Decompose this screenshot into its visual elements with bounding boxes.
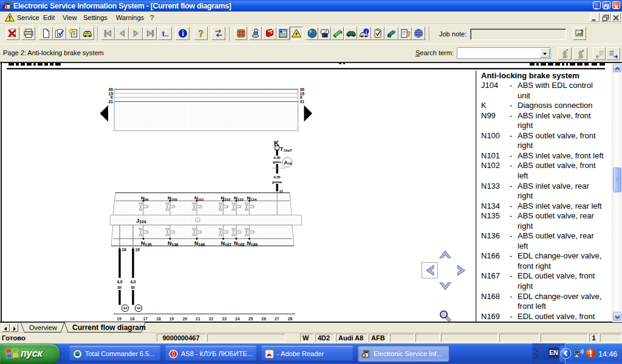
svg-text:4,0: 4,0: [117, 280, 122, 285]
svg-text:44: 44: [137, 306, 141, 310]
svg-text:Overview: Overview: [29, 324, 57, 331]
svg-text:gn/ro: gn/ro: [273, 160, 282, 164]
svg-text:br: br: [118, 285, 122, 289]
svg-text:28: 28: [288, 317, 293, 321]
svg-text:i: i: [197, 218, 198, 222]
svg-text:16: 16: [122, 248, 127, 252]
svg-text:16: 16: [130, 317, 135, 321]
svg-text:X: X: [300, 95, 303, 99]
svg-text:X: X: [110, 95, 113, 99]
svg-text:24: 24: [235, 317, 240, 321]
svg-text:15: 15: [117, 317, 121, 321]
svg-text:31: 31: [108, 99, 113, 104]
svg-text:25: 25: [248, 317, 253, 321]
svg-text:19: 19: [169, 317, 174, 321]
svg-text:19: 19: [135, 248, 140, 252]
svg-text:31: 31: [300, 99, 305, 104]
svg-text:16a/7: 16a/7: [284, 149, 293, 152]
svg-text:18: 18: [156, 317, 161, 321]
svg-text:76: 76: [288, 162, 292, 166]
svg-text:22: 22: [209, 317, 214, 321]
svg-text:17: 17: [143, 317, 148, 321]
svg-text:0,35: 0,35: [273, 175, 281, 179]
svg-text:4,0: 4,0: [130, 280, 135, 285]
svg-text:27: 27: [275, 317, 279, 321]
svg-text:Current flow diagram: Current flow diagram: [72, 323, 146, 332]
svg-text:br: br: [131, 285, 135, 289]
svg-text:gn/sw: gn/sw: [272, 180, 282, 184]
svg-text:20: 20: [182, 317, 187, 321]
svg-text:44: 44: [123, 306, 128, 310]
svg-text:23: 23: [222, 317, 227, 321]
svg-text:0,35: 0,35: [273, 155, 281, 160]
svg-text:11: 11: [279, 189, 284, 193]
svg-text:21: 21: [196, 317, 200, 321]
svg-text:26: 26: [261, 317, 266, 321]
